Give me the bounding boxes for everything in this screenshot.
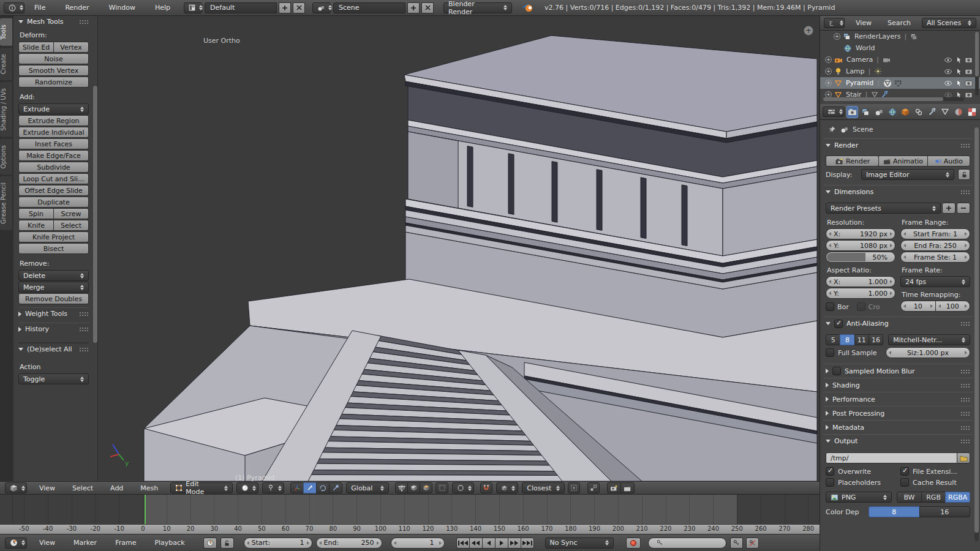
tool-shelf-scrollbar[interactable] bbox=[93, 86, 97, 343]
loop-cut-button[interactable]: Loop Cut and Sli... bbox=[18, 173, 89, 184]
border-checkbox[interactable] bbox=[826, 302, 834, 311]
resolution-x-field[interactable]: X:1920 px bbox=[826, 228, 895, 239]
menu-item[interactable]: Frame bbox=[113, 539, 138, 547]
timeline-canvas[interactable] bbox=[0, 495, 820, 524]
duplicate-button[interactable]: Duplicate bbox=[18, 197, 89, 208]
screw-button[interactable]: Screw bbox=[53, 208, 89, 219]
visibility-eye-icon[interactable] bbox=[944, 92, 952, 98]
full-sample-checkbox[interactable] bbox=[826, 348, 834, 357]
open-properties-region-button[interactable]: + bbox=[804, 26, 813, 36]
motion-blur-checkbox[interactable] bbox=[832, 367, 841, 375]
editor-type-button[interactable] bbox=[5, 538, 27, 549]
expand-icon[interactable]: + bbox=[825, 80, 832, 86]
display-lock-button[interactable] bbox=[958, 169, 970, 180]
channels-rgb[interactable]: RGB bbox=[921, 492, 946, 503]
overwrite-checkbox[interactable] bbox=[826, 467, 834, 476]
start-frame-field[interactable]: Start:1 bbox=[244, 538, 312, 549]
properties-display-select[interactable] bbox=[823, 107, 845, 117]
selectable-cursor-icon[interactable] bbox=[956, 68, 962, 75]
opengl-render-animation-button[interactable] bbox=[620, 482, 635, 493]
spin-button[interactable]: Spin bbox=[18, 208, 54, 219]
visibility-eye-icon[interactable] bbox=[944, 57, 952, 63]
lock-time-cursor-button[interactable] bbox=[221, 538, 234, 549]
action-select[interactable]: Toggle bbox=[18, 373, 89, 384]
tab-world[interactable] bbox=[886, 106, 898, 118]
output-path-field[interactable]: /tmp/ bbox=[826, 452, 957, 463]
timeline-playhead[interactable] bbox=[145, 495, 146, 524]
menu-item[interactable]: Render bbox=[62, 4, 91, 12]
aa-samples-5[interactable]: 5 bbox=[826, 334, 840, 345]
properties-scrollbar[interactable] bbox=[974, 127, 979, 541]
aa-samples-8[interactable]: 8 bbox=[840, 334, 854, 345]
manipulator-toggle[interactable] bbox=[290, 482, 304, 493]
outliner-row-pyramid[interactable]: + Pyramid| bbox=[820, 77, 980, 89]
proportional-edit-select[interactable] bbox=[452, 482, 474, 493]
visibility-eye-icon[interactable] bbox=[944, 80, 952, 86]
snap-align-toggle[interactable] bbox=[587, 482, 600, 493]
file-extensions-checkbox[interactable] bbox=[900, 467, 909, 476]
scale-manipulator[interactable] bbox=[329, 482, 342, 493]
history-panel[interactable]: History bbox=[18, 323, 89, 335]
slide-edge-button[interactable]: Slide Ed bbox=[18, 42, 54, 53]
pivot-point-select[interactable] bbox=[262, 482, 284, 493]
outliner-row-world[interactable]: World bbox=[820, 42, 980, 54]
vertex-select-mode[interactable] bbox=[395, 482, 408, 493]
render-animation-button[interactable]: Animatio bbox=[878, 156, 927, 167]
crop-checkbox[interactable] bbox=[857, 302, 865, 311]
subdivide-button[interactable]: Subdivide bbox=[18, 162, 89, 173]
tab-render[interactable] bbox=[846, 106, 858, 118]
mesh-tools-panel-header[interactable]: Mesh Tools bbox=[18, 17, 89, 26]
aspect-y-field[interactable]: Y:1.000 bbox=[826, 288, 895, 299]
smooth-vertex-button[interactable]: Smooth Vertex bbox=[18, 65, 89, 76]
resolution-percentage-slider[interactable]: 50% bbox=[826, 252, 895, 263]
depth-16[interactable]: 16 bbox=[919, 506, 971, 517]
opengl-render-button[interactable] bbox=[607, 482, 621, 493]
menu-item[interactable]: Select bbox=[70, 484, 96, 492]
extrude-menu-button[interactable]: Extrude bbox=[18, 103, 89, 114]
expand-icon[interactable]: + bbox=[825, 56, 832, 63]
outliner-row-renderlayers[interactable]: + RenderLayers| bbox=[820, 31, 980, 42]
display-select[interactable]: Image Editor bbox=[861, 169, 954, 180]
render-panel-header[interactable]: Render bbox=[823, 138, 973, 152]
time-remap-new-field[interactable]: 100 bbox=[935, 301, 971, 312]
snap-toggle[interactable] bbox=[480, 482, 492, 493]
face-select-mode[interactable] bbox=[420, 482, 432, 493]
previous-keyframe-button[interactable] bbox=[469, 538, 483, 549]
menu-item[interactable]: Playback bbox=[152, 539, 187, 547]
frame-step-field[interactable]: Frame Ste: 1 bbox=[900, 252, 970, 263]
play-button[interactable] bbox=[495, 538, 508, 549]
editor-type-button[interactable] bbox=[4, 2, 24, 13]
tool-tab[interactable]: Options bbox=[0, 139, 12, 175]
expand-icon[interactable]: + bbox=[834, 33, 840, 40]
outliner-scope-select[interactable]: All Scenes bbox=[922, 18, 976, 28]
render-presets-select[interactable]: Render Presets bbox=[826, 203, 941, 214]
menu-item[interactable]: View bbox=[37, 539, 58, 547]
collapsed-panel[interactable]: Performance bbox=[823, 392, 973, 406]
menu-item[interactable]: Search bbox=[885, 19, 913, 27]
delete-layout-button[interactable] bbox=[293, 2, 305, 13]
antialiasing-panel-header[interactable]: Anti-Aliasing bbox=[823, 317, 973, 330]
resolution-y-field[interactable]: Y:1080 px bbox=[826, 240, 895, 251]
knife-project-button[interactable]: Knife Project bbox=[18, 231, 89, 242]
remove-preset-button[interactable] bbox=[957, 203, 970, 214]
snap-element-select[interactable] bbox=[496, 482, 518, 493]
renderable-camera-icon[interactable] bbox=[965, 68, 973, 75]
insert-keyframe-button[interactable] bbox=[730, 538, 743, 549]
placeholders-checkbox[interactable] bbox=[826, 478, 834, 487]
render-audio-button[interactable]: Audio bbox=[927, 156, 970, 167]
menu-item[interactable]: Mesh bbox=[138, 484, 160, 492]
add-preset-button[interactable] bbox=[942, 203, 956, 214]
aa-samples-16[interactable]: 16 bbox=[869, 334, 883, 345]
add-layout-button[interactable] bbox=[279, 2, 291, 13]
collapsed-panel[interactable]: Metadata bbox=[823, 420, 973, 434]
dimensions-panel-header[interactable]: Dimensions bbox=[823, 185, 973, 198]
tool-tab[interactable]: Tools bbox=[0, 18, 12, 46]
knife-select-button[interactable]: Select bbox=[53, 220, 89, 231]
menu-item[interactable]: Help bbox=[153, 4, 173, 12]
outliner-row-lamp[interactable]: + Lamp| bbox=[820, 66, 980, 77]
menu-item[interactable]: File bbox=[32, 4, 48, 12]
bisect-button[interactable]: Bisect bbox=[18, 243, 89, 254]
keying-set-field[interactable] bbox=[648, 538, 726, 549]
outliner-display-select[interactable] bbox=[824, 18, 845, 28]
edge-select-mode[interactable] bbox=[407, 482, 420, 493]
